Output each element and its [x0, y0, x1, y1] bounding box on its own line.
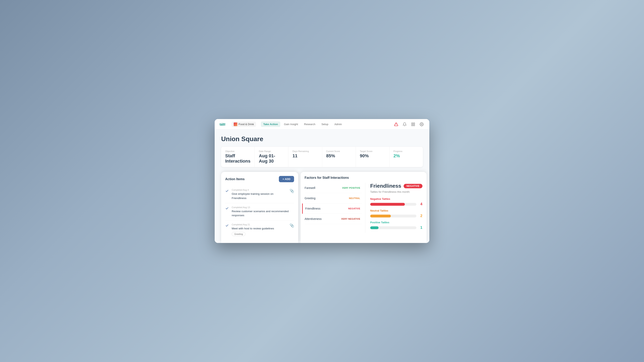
factors-panel: Factors for Staff Interactions Farewell … [300, 172, 426, 243]
svg-point-8 [421, 124, 422, 125]
objective-label: Objective [225, 150, 250, 152]
brand-tag[interactable]: Food & Drink [232, 122, 256, 127]
action-header: Action Items + ADD [225, 176, 294, 182]
factors-title: Factors for Staff Interactions [304, 176, 422, 180]
check-icon [225, 224, 229, 228]
check-icon [225, 189, 229, 193]
factor-badge-friendliness: NEGATIVE [347, 207, 362, 210]
factors-content: Farewell VERY POSITIVE Greeting NEUTRAL … [304, 183, 422, 233]
app-window: tattle Food & Drink Take Action Gain Ins… [215, 119, 429, 243]
action-content-2: Completed Aug 13 Review customer scenari… [232, 206, 294, 218]
bell-icon[interactable] [402, 122, 408, 127]
main-content: Union Square Objective Staff Interaction… [215, 130, 429, 243]
factor-row-greeting[interactable]: Greeting NEUTRAL [304, 193, 362, 204]
positive-bar-row: 1 [370, 226, 422, 230]
action-item: Completed Aug 21 Meet with host to revie… [225, 220, 294, 239]
action-content-3: Completed Aug 21 Meet with host to revie… [232, 223, 287, 236]
neutral-bar-fill [370, 214, 391, 218]
detail-subtitle: Tattles for Friendliness this month: [370, 190, 422, 193]
greeting-tag[interactable]: Greeting [232, 232, 246, 236]
objective-metric: Objective Staff Interactions [221, 147, 255, 167]
clip-icon-1[interactable]: 📎 [290, 189, 294, 193]
nav-admin[interactable]: Admin [332, 122, 344, 127]
target-score-value: 90% [360, 153, 385, 158]
action-title: Action Items [225, 177, 245, 181]
negative-tattle-label: Negative Tattles [370, 198, 422, 200]
action-date-2: Completed Aug 13 [232, 206, 294, 208]
nav-gain-insight[interactable]: Gain Insight [282, 122, 300, 127]
neutral-tattle-section: Neutral Tattles 2 [370, 209, 422, 218]
target-score-metric: Target Score 90% [356, 147, 390, 167]
progress-metric: Progress 2% [390, 147, 423, 167]
factor-row-attentiveness[interactable]: Attentiveness VERY NEGATIVE [304, 214, 362, 224]
positive-bar-fill [370, 226, 378, 229]
brand-label: Food & Drink [238, 123, 254, 126]
days-value: 11 [292, 153, 318, 158]
neutral-tattle-label: Neutral Tattles [370, 209, 422, 212]
nav-research[interactable]: Research [302, 122, 318, 127]
svg-rect-5 [414, 123, 415, 124]
action-date-1: Completed Aug 4 [232, 189, 287, 191]
logo-icon: tattle [220, 122, 225, 126]
detail-title-text: Friendliness [370, 183, 401, 189]
current-score-metric: Current Score 85% [322, 147, 356, 167]
add-button[interactable]: + ADD [279, 176, 294, 182]
settings-icon[interactable] [419, 122, 424, 127]
page-title: Union Square [221, 135, 423, 143]
nav-take-action[interactable]: Take Action [261, 122, 280, 127]
nav-bar: tattle Food & Drink Take Action Gain Ins… [215, 119, 429, 130]
current-score-value: 85% [326, 153, 352, 158]
factor-name-friendliness: Friendliness [305, 207, 320, 210]
action-item: Completed Aug 13 Review customer scenari… [225, 203, 294, 221]
nav-links: Take Action Gain Insight Research Setup … [261, 122, 388, 127]
progress-label: Progress [394, 150, 419, 152]
brand-icon [234, 122, 237, 126]
positive-tattle-label: Positive Tattles [370, 221, 422, 224]
alert-icon[interactable] [393, 122, 399, 127]
objective-value: Staff Interactions [225, 153, 250, 164]
neutral-bar-track [370, 214, 416, 218]
factor-badge-farewell: VERY POSITIVE [340, 186, 362, 190]
factor-row-friendliness[interactable]: Friendliness NEGATIVE [302, 204, 362, 214]
factor-row-farewell[interactable]: Farewell VERY POSITIVE [304, 183, 362, 193]
factor-name-greeting: Greeting [304, 196, 316, 200]
positive-tattle-section: Positive Tattles 1 [370, 221, 422, 230]
factors-list: Farewell VERY POSITIVE Greeting NEUTRAL … [304, 183, 365, 233]
action-text-2: Review customer scenarios and recommende… [232, 209, 294, 218]
progress-value: 2% [394, 153, 419, 158]
negative-bar-row: 4 [370, 202, 422, 206]
svg-rect-4 [412, 123, 413, 124]
factor-name-farewell: Farewell [304, 186, 315, 190]
nav-icons [393, 122, 424, 127]
date-range-metric: Date Range: Aug 01- Aug 30 [255, 147, 288, 167]
negative-bar-fill [370, 203, 405, 206]
check-icon [225, 206, 229, 210]
positive-bar-count: 1 [418, 226, 422, 230]
clip-icon-3[interactable]: 📎 [290, 223, 294, 228]
action-date-3: Completed Aug 21 [232, 223, 287, 226]
factor-name-attentiveness: Attentiveness [304, 217, 322, 220]
action-item: Completed Aug 4 Give employee training s… [225, 186, 294, 203]
panels-row: Action Items + ADD Completed Aug 4 Give … [221, 172, 423, 243]
svg-text:tattle: tattle [220, 123, 225, 126]
factors-detail: Friendliness NEGATIVE Tattles for Friend… [365, 183, 422, 233]
action-text-1: Give employee training session on Friend… [232, 192, 287, 200]
grid-icon[interactable] [410, 122, 416, 127]
date-range-label: Date Range: [259, 150, 284, 152]
neutral-bar-row: 2 [370, 214, 422, 218]
factor-badge-greeting: NEUTRAL [347, 196, 362, 200]
svg-rect-6 [412, 125, 413, 126]
date-range-value: Aug 01- Aug 30 [259, 153, 284, 164]
svg-rect-7 [414, 125, 415, 126]
neutral-bar-count: 2 [418, 214, 422, 218]
action-panel: Action Items + ADD Completed Aug 4 Give … [221, 172, 298, 243]
action-content-1: Completed Aug 4 Give employee training s… [232, 189, 287, 200]
logo: tattle [220, 122, 225, 126]
target-score-label: Target Score [360, 150, 385, 152]
nav-setup[interactable]: Setup [319, 122, 331, 127]
negative-tattle-section: Negative Tattles 4 [370, 198, 422, 206]
current-score-label: Current Score [326, 150, 352, 152]
negative-bar-count: 4 [418, 202, 422, 206]
positive-bar-track [370, 226, 416, 229]
factor-badge-attentiveness: VERY NEGATIVE [340, 217, 362, 221]
